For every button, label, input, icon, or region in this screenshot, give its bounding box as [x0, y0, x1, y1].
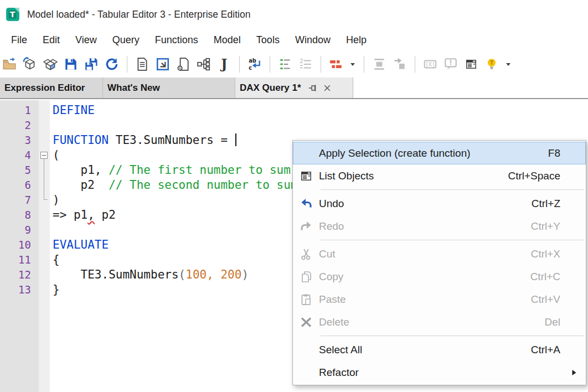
menu-shortcut: Del [544, 316, 560, 328]
model-hierarchy-button[interactable] [195, 55, 212, 73]
save-button[interactable] [63, 55, 79, 73]
menu-item-undo[interactable]: UndoCtrl+Z [293, 192, 586, 215]
goto-block-icon [393, 57, 407, 71]
code-line-1: DEFINE [53, 103, 588, 118]
menubar-item-functions[interactable]: Functions [147, 32, 206, 48]
menubar-item-window[interactable]: Window [287, 32, 338, 48]
pin-window-button[interactable] [154, 55, 171, 73]
title-bar: T Model loaded* - Tabular Editor 3 - Ent… [0, 0, 588, 29]
code-token: p1, [53, 163, 109, 177]
line-number: 3 [25, 133, 31, 148]
menu-item-apply-selection-create-function[interactable]: Apply Selection (create function)F8 [293, 142, 586, 164]
menubar-item-tools[interactable]: Tools [249, 32, 287, 48]
menubar-item-view[interactable]: View [68, 32, 105, 48]
format-indent-button[interactable] [277, 55, 293, 73]
word-wrap-button[interactable]: abc [246, 55, 263, 73]
paste-icon [293, 293, 319, 306]
menu-item-refactor[interactable]: Refactor [293, 361, 586, 384]
line-number: 4 [25, 148, 31, 163]
menu-separator [321, 336, 584, 336]
dax-script-button[interactable]: J [216, 55, 233, 73]
refresh-model-button[interactable] [104, 55, 120, 73]
line-number: 12 [18, 267, 31, 282]
menu-shortcut: Ctrl+C [530, 271, 560, 283]
undo-icon [293, 197, 319, 210]
fold-guide [44, 159, 48, 200]
svg-text:J: J [220, 57, 227, 71]
line-number: 11 [18, 252, 31, 267]
open-file-button[interactable] [1, 55, 18, 73]
new-script-button[interactable] [134, 55, 151, 73]
collapse-regions-button[interactable] [371, 55, 388, 73]
tab-expression-editor[interactable]: Expression Editor [0, 78, 103, 98]
tab-dax-query-1[interactable]: DAX Query 1* [235, 78, 353, 98]
code-token: } [53, 283, 60, 296]
dropdown-caret-button[interactable] [504, 55, 513, 73]
number-token: 200 [220, 268, 241, 281]
toolbar-separator [321, 56, 321, 73]
menu-item-copy[interactable]: CopyCtrl+C [293, 265, 586, 288]
keyword-token: DEFINE [53, 104, 95, 117]
menubar-item-model[interactable]: Model [206, 32, 249, 48]
format-numbered-button[interactable]: 2 [297, 55, 314, 73]
menubar-item-help[interactable]: Help [338, 32, 374, 48]
menu-separator [321, 240, 584, 240]
close-icon[interactable] [323, 84, 332, 92]
menu-item-cut[interactable]: CutCtrl+X [293, 243, 586, 265]
dax-script-icon: J [217, 57, 231, 71]
debug-blocks-icon [329, 57, 343, 71]
code-token: ) [53, 193, 60, 207]
deploy-model-button[interactable] [22, 55, 38, 73]
line-number: 9 [25, 223, 31, 238]
open-model-button[interactable] [42, 55, 59, 73]
menu-item-delete[interactable]: DeleteDel [293, 311, 586, 333]
tabular-editor-logo-icon: T [6, 7, 20, 22]
new-query-icon [176, 57, 190, 71]
code-line-2 [53, 118, 588, 133]
svg-text:ab: ab [249, 58, 256, 64]
menu-item-redo[interactable]: RedoCtrl+Y [293, 215, 586, 238]
comment-token: // The first number to sum [109, 163, 291, 177]
tab-label: DAX Query 1* [240, 82, 301, 94]
hint-bubble-button[interactable]: ! [442, 55, 459, 73]
menubar-item-edit[interactable]: Edit [35, 32, 68, 48]
editor-context-menu: Apply Selection (create function)F8List … [292, 140, 586, 385]
menubar-item-file[interactable]: File [3, 32, 35, 48]
menu-item-select-all[interactable]: Select AllCtrl+A [293, 338, 586, 361]
open-model-icon [43, 57, 58, 71]
line-number: 5 [25, 163, 31, 178]
menu-item-label: Cut [319, 248, 336, 260]
pin-icon[interactable] [308, 83, 318, 93]
list-objects-button[interactable] [463, 55, 479, 73]
line-number: 6 [25, 178, 31, 193]
save-all-button[interactable] [83, 55, 100, 73]
line-number: 10 [18, 238, 31, 252]
menu-separator [321, 189, 584, 190]
code-folding-margin [39, 100, 50, 392]
tab-label: What's New [107, 82, 160, 94]
number-token: , [207, 268, 220, 281]
menu-item-list-objects[interactable]: List ObjectsCtrl+Space [293, 164, 586, 187]
open-file-icon [2, 57, 17, 71]
dropdown-caret-button[interactable] [348, 55, 357, 73]
comment-token: // The second number to sum [109, 178, 297, 192]
debug-blocks-button[interactable] [328, 55, 344, 73]
dropdown-caret-icon [349, 61, 356, 68]
toolbar-separator [415, 56, 415, 73]
lightbulb-button[interactable]: T [483, 55, 500, 73]
menu-shortcut: Ctrl+V [531, 293, 560, 306]
fold-toggle[interactable] [40, 152, 48, 159]
new-query-button[interactable] [175, 55, 192, 73]
goto-block-button[interactable] [391, 55, 408, 73]
menubar-item-query[interactable]: Query [105, 32, 147, 48]
code-token: { [53, 253, 60, 266]
keyword-token: FUNCTION [53, 133, 109, 147]
menu-shortcut: Ctrl+Space [508, 170, 560, 182]
code-token: p2 [53, 178, 109, 192]
new-script-icon [135, 57, 149, 71]
svg-text:c: c [249, 65, 252, 71]
tab-what-s-new[interactable]: What's New [103, 78, 235, 98]
menu-item-paste[interactable]: PasteCtrl+V [293, 288, 586, 311]
code-box-button[interactable]: [X] [422, 55, 439, 73]
deploy-model-icon [23, 57, 37, 71]
